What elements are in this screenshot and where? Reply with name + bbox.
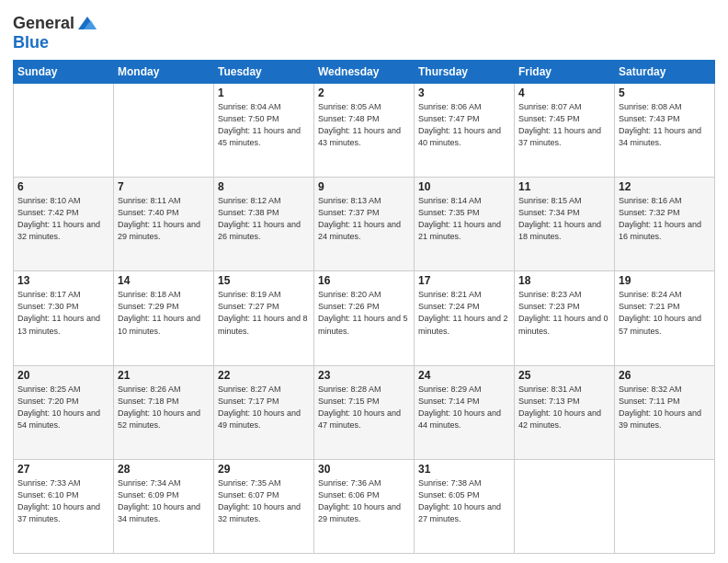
day-info: Sunrise: 7:33 AMSunset: 6:10 PMDaylight:… bbox=[17, 477, 109, 525]
th-saturday: Saturday bbox=[615, 61, 715, 84]
sunrise-text: Sunrise: 8:04 AM bbox=[218, 101, 310, 113]
calendar-cell: 18Sunrise: 8:23 AMSunset: 7:23 PMDayligh… bbox=[515, 271, 615, 365]
day-number: 13 bbox=[17, 274, 109, 287]
daylight-text: Daylight: 11 hours and 24 minutes. bbox=[318, 219, 410, 243]
day-number: 1 bbox=[218, 86, 310, 99]
sunset-text: Sunset: 7:20 PM bbox=[17, 396, 109, 408]
day-number: 20 bbox=[17, 369, 109, 382]
day-info: Sunrise: 8:28 AMSunset: 7:15 PMDaylight:… bbox=[318, 384, 410, 431]
calendar-cell: 5Sunrise: 8:08 AMSunset: 7:43 PMDaylight… bbox=[615, 84, 715, 178]
daylight-text: Daylight: 11 hours and 26 minutes. bbox=[218, 219, 310, 243]
sunset-text: Sunset: 7:37 PM bbox=[318, 207, 410, 219]
th-friday: Friday bbox=[515, 61, 615, 84]
calendar-cell bbox=[615, 459, 715, 553]
daylight-text: Daylight: 10 hours and 37 minutes. bbox=[17, 501, 109, 525]
sunrise-text: Sunrise: 8:05 AM bbox=[318, 101, 410, 113]
calendar-week-row: 13Sunrise: 8:17 AMSunset: 7:30 PMDayligh… bbox=[14, 271, 715, 365]
day-info: Sunrise: 8:32 AMSunset: 7:11 PMDaylight:… bbox=[619, 384, 711, 431]
sunrise-text: Sunrise: 8:17 AM bbox=[17, 289, 109, 301]
sunset-text: Sunset: 7:32 PM bbox=[619, 207, 711, 219]
sunset-text: Sunset: 7:26 PM bbox=[318, 301, 410, 313]
sunrise-text: Sunrise: 8:27 AM bbox=[218, 384, 310, 396]
day-number: 31 bbox=[418, 463, 510, 476]
day-number: 4 bbox=[518, 86, 610, 99]
day-info: Sunrise: 8:13 AMSunset: 7:37 PMDaylight:… bbox=[318, 195, 410, 243]
sunrise-text: Sunrise: 8:32 AM bbox=[619, 384, 711, 396]
sunset-text: Sunset: 7:45 PM bbox=[518, 113, 610, 125]
daylight-text: Daylight: 10 hours and 57 minutes. bbox=[619, 313, 711, 337]
calendar-cell: 20Sunrise: 8:25 AMSunset: 7:20 PMDayligh… bbox=[14, 365, 114, 459]
sunrise-text: Sunrise: 8:19 AM bbox=[218, 289, 310, 301]
sunrise-text: Sunrise: 7:33 AM bbox=[17, 477, 109, 489]
sunset-text: Sunset: 7:50 PM bbox=[218, 113, 310, 125]
calendar-cell: 16Sunrise: 8:20 AMSunset: 7:26 PMDayligh… bbox=[314, 271, 415, 365]
sunrise-text: Sunrise: 8:29 AM bbox=[418, 384, 510, 396]
daylight-text: Daylight: 10 hours and 47 minutes. bbox=[318, 408, 410, 431]
day-number: 11 bbox=[518, 180, 610, 193]
daylight-text: Daylight: 11 hours and 0 minutes. bbox=[518, 313, 610, 337]
sunrise-text: Sunrise: 7:34 AM bbox=[118, 477, 210, 489]
sunrise-text: Sunrise: 8:18 AM bbox=[118, 289, 210, 301]
sunset-text: Sunset: 7:34 PM bbox=[518, 207, 610, 219]
calendar-cell: 21Sunrise: 8:26 AMSunset: 7:18 PMDayligh… bbox=[114, 365, 214, 459]
sunrise-text: Sunrise: 8:20 AM bbox=[318, 289, 410, 301]
daylight-text: Daylight: 10 hours and 27 minutes. bbox=[418, 501, 510, 525]
sunrise-text: Sunrise: 8:16 AM bbox=[619, 195, 711, 207]
sunrise-text: Sunrise: 8:11 AM bbox=[118, 195, 210, 207]
daylight-text: Daylight: 11 hours and 43 minutes. bbox=[318, 125, 410, 149]
calendar-cell: 28Sunrise: 7:34 AMSunset: 6:09 PMDayligh… bbox=[114, 459, 214, 553]
calendar-cell: 26Sunrise: 8:32 AMSunset: 7:11 PMDayligh… bbox=[615, 365, 715, 459]
day-info: Sunrise: 8:24 AMSunset: 7:21 PMDaylight:… bbox=[619, 289, 711, 337]
day-info: Sunrise: 8:10 AMSunset: 7:42 PMDaylight:… bbox=[17, 195, 109, 243]
th-wednesday: Wednesday bbox=[314, 61, 415, 84]
calendar-cell: 17Sunrise: 8:21 AMSunset: 7:24 PMDayligh… bbox=[415, 271, 515, 365]
day-number: 23 bbox=[318, 369, 410, 382]
day-info: Sunrise: 8:14 AMSunset: 7:35 PMDaylight:… bbox=[418, 195, 510, 243]
day-info: Sunrise: 8:06 AMSunset: 7:47 PMDaylight:… bbox=[418, 101, 510, 149]
day-info: Sunrise: 8:07 AMSunset: 7:45 PMDaylight:… bbox=[518, 101, 610, 149]
day-info: Sunrise: 7:34 AMSunset: 6:09 PMDaylight:… bbox=[118, 477, 210, 525]
calendar-cell: 9Sunrise: 8:13 AMSunset: 7:37 PMDaylight… bbox=[314, 178, 415, 271]
day-number: 25 bbox=[518, 369, 610, 382]
sunrise-text: Sunrise: 8:14 AM bbox=[418, 195, 510, 207]
sunrise-text: Sunrise: 8:26 AM bbox=[118, 384, 210, 396]
day-info: Sunrise: 8:20 AMSunset: 7:26 PMDaylight:… bbox=[318, 289, 410, 337]
calendar-cell: 1Sunrise: 8:04 AMSunset: 7:50 PMDaylight… bbox=[214, 84, 314, 178]
sunset-text: Sunset: 7:15 PM bbox=[318, 396, 410, 408]
daylight-text: Daylight: 11 hours and 5 minutes. bbox=[318, 313, 410, 337]
calendar-table: Sunday Monday Tuesday Wednesday Thursday… bbox=[13, 60, 715, 554]
calendar-cell: 14Sunrise: 8:18 AMSunset: 7:29 PMDayligh… bbox=[114, 271, 214, 365]
calendar-cell: 25Sunrise: 8:31 AMSunset: 7:13 PMDayligh… bbox=[515, 365, 615, 459]
daylight-text: Daylight: 11 hours and 13 minutes. bbox=[17, 313, 109, 337]
sunrise-text: Sunrise: 8:07 AM bbox=[518, 101, 610, 113]
sunset-text: Sunset: 6:10 PM bbox=[17, 489, 109, 501]
logo: General Blue bbox=[13, 13, 97, 52]
sunset-text: Sunset: 7:35 PM bbox=[418, 207, 510, 219]
calendar-week-row: 27Sunrise: 7:33 AMSunset: 6:10 PMDayligh… bbox=[14, 459, 715, 553]
daylight-text: Daylight: 11 hours and 8 minutes. bbox=[218, 313, 310, 337]
sunrise-text: Sunrise: 8:06 AM bbox=[418, 101, 510, 113]
calendar-cell: 23Sunrise: 8:28 AMSunset: 7:15 PMDayligh… bbox=[314, 365, 415, 459]
daylight-text: Daylight: 10 hours and 32 minutes. bbox=[218, 501, 310, 525]
daylight-text: Daylight: 10 hours and 39 minutes. bbox=[619, 408, 711, 431]
calendar-cell: 12Sunrise: 8:16 AMSunset: 7:32 PMDayligh… bbox=[615, 178, 715, 271]
day-info: Sunrise: 8:18 AMSunset: 7:29 PMDaylight:… bbox=[118, 289, 210, 337]
th-tuesday: Tuesday bbox=[214, 61, 314, 84]
day-info: Sunrise: 7:38 AMSunset: 6:05 PMDaylight:… bbox=[418, 477, 510, 525]
calendar-cell: 4Sunrise: 8:07 AMSunset: 7:45 PMDaylight… bbox=[515, 84, 615, 178]
day-number: 10 bbox=[418, 180, 510, 193]
daylight-text: Daylight: 11 hours and 29 minutes. bbox=[118, 219, 210, 243]
sunset-text: Sunset: 7:47 PM bbox=[418, 113, 510, 125]
sunrise-text: Sunrise: 8:21 AM bbox=[418, 289, 510, 301]
sunset-text: Sunset: 7:14 PM bbox=[418, 396, 510, 408]
calendar-cell: 10Sunrise: 8:14 AMSunset: 7:35 PMDayligh… bbox=[415, 178, 515, 271]
sunset-text: Sunset: 6:07 PM bbox=[218, 489, 310, 501]
sunrise-text: Sunrise: 8:13 AM bbox=[318, 195, 410, 207]
th-sunday: Sunday bbox=[14, 61, 114, 84]
daylight-text: Daylight: 11 hours and 18 minutes. bbox=[518, 219, 610, 243]
sunset-text: Sunset: 7:11 PM bbox=[619, 396, 711, 408]
calendar-cell: 31Sunrise: 7:38 AMSunset: 6:05 PMDayligh… bbox=[415, 459, 515, 553]
day-number: 7 bbox=[118, 180, 210, 193]
day-info: Sunrise: 8:26 AMSunset: 7:18 PMDaylight:… bbox=[118, 384, 210, 431]
calendar-cell: 2Sunrise: 8:05 AMSunset: 7:48 PMDaylight… bbox=[314, 84, 415, 178]
